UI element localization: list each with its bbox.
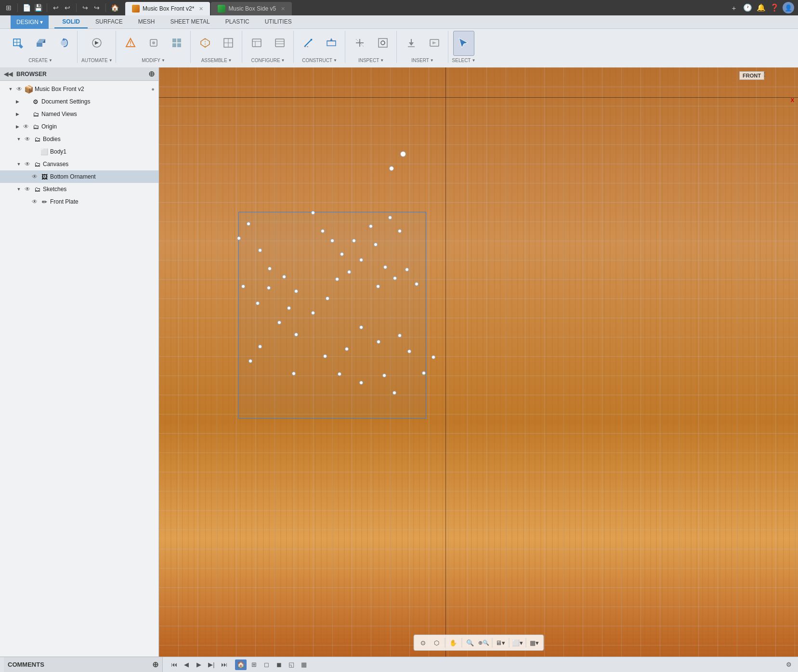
tree-arrow-bodies[interactable] xyxy=(15,136,22,142)
viewport-grid xyxy=(159,67,798,657)
eye-front-plate[interactable]: 👁 xyxy=(31,198,39,206)
view-mode-1-button[interactable]: 🏠 xyxy=(235,659,247,670)
grid-settings-button[interactable]: ⬜▾ xyxy=(511,636,523,649)
zoom-fit-button[interactable]: ⊕🔍 xyxy=(477,636,490,649)
tree-arrow-doc-settings[interactable] xyxy=(14,98,21,105)
sketch-point xyxy=(287,306,291,310)
viewport-settings-button[interactable]: ▦▾ xyxy=(528,636,540,649)
tree-arrow-named-views[interactable] xyxy=(14,111,21,117)
tree-item-named-views[interactable]: 👁 🗂 Named Views xyxy=(0,108,158,120)
tree-item-bodies[interactable]: 👁 🗂 Bodies xyxy=(0,133,158,145)
pan-button[interactable]: ✋ xyxy=(447,636,459,649)
eye-named-views[interactable]: 👁 xyxy=(22,110,30,118)
tree-arrow-canvases[interactable] xyxy=(15,161,22,168)
tree-arrow-sketches[interactable] xyxy=(15,186,22,193)
eye-origin[interactable]: 👁 xyxy=(22,123,30,130)
tab-solid[interactable]: SOLID xyxy=(54,15,88,28)
tree-item-body1[interactable]: 👁 ⬜ Body1 xyxy=(0,145,158,158)
assemble1-button[interactable] xyxy=(195,31,216,56)
play-button[interactable]: ▶ xyxy=(194,659,204,670)
tab-sheet-metal[interactable]: SHEET METAL xyxy=(162,15,217,28)
view-mode-5-button[interactable]: ◱ xyxy=(286,659,297,670)
modify3-button[interactable] xyxy=(166,31,187,56)
tab-utilities[interactable]: UTILITIES xyxy=(257,15,300,28)
user-avatar[interactable]: 👤 xyxy=(783,2,794,13)
bell-icon[interactable]: 🔔 xyxy=(756,2,766,13)
eye-bodies[interactable]: 👁 xyxy=(24,135,31,143)
tab-plastic[interactable]: PLASTIC xyxy=(218,15,257,28)
revolve-button[interactable] xyxy=(53,31,74,56)
grid-icon[interactable]: ⊞ xyxy=(4,3,13,13)
front-view-label[interactable]: FRONT xyxy=(739,71,764,80)
tree-item-canvases[interactable]: 👁 🗂 Canvases xyxy=(0,158,158,170)
browser-add-button[interactable]: ⊕ xyxy=(148,69,155,78)
tab-surface[interactable]: SURFACE xyxy=(88,15,131,28)
tree-item-bottom-ornament[interactable]: 👁 🖼 Bottom Ornament xyxy=(0,170,158,183)
sketch-point xyxy=(241,284,245,288)
view-mode-6-button[interactable]: ▦ xyxy=(299,659,309,670)
display-settings-button[interactable]: 🖥▾ xyxy=(494,636,507,649)
eye-doc-settings[interactable]: 👁 xyxy=(22,98,30,105)
design-button[interactable]: DESIGN ▾ xyxy=(11,15,49,29)
browser-collapse-button[interactable]: ◀◀ xyxy=(4,71,13,78)
tree-item-front-plate[interactable]: 👁 ✏ Front Plate xyxy=(0,195,158,208)
new-tab-button[interactable]: + xyxy=(729,2,739,13)
home-icon[interactable]: 🏠 xyxy=(110,3,119,13)
orbit-button[interactable]: ⊙ xyxy=(417,636,429,649)
redo2-icon[interactable]: ↪ xyxy=(92,3,102,13)
tree-item-sketches[interactable]: 👁 🗂 Sketches xyxy=(0,183,158,195)
extrude-button[interactable] xyxy=(30,31,51,56)
tree-item-doc-settings[interactable]: 👁 ⚙ Document Settings xyxy=(0,95,158,108)
sketch-point xyxy=(311,311,315,315)
undo-icon[interactable]: ↩ xyxy=(51,3,61,13)
free-orbit-button[interactable]: ⬡ xyxy=(430,636,443,649)
view-mode-2-button[interactable]: ⊞ xyxy=(249,659,259,670)
view-mode-3-button[interactable]: ◻ xyxy=(261,659,272,670)
tree-arrow-root[interactable] xyxy=(7,86,14,92)
tab-close-side[interactable]: ✕ xyxy=(281,6,285,12)
settings-gear-icon[interactable]: ⚙ xyxy=(784,659,794,670)
eye-root[interactable]: 👁 xyxy=(15,85,23,93)
tab-music-box-side[interactable]: Music Box Side v5 ✕ xyxy=(211,2,292,15)
tab-close-front[interactable]: ✕ xyxy=(199,6,203,12)
modify1-button[interactable] xyxy=(120,31,141,56)
eye-canvases[interactable]: 👁 xyxy=(24,160,31,168)
construct1-button[interactable] xyxy=(298,31,319,56)
select-button[interactable] xyxy=(453,31,474,56)
inspect2-button[interactable] xyxy=(372,31,393,56)
automate-button[interactable] xyxy=(86,31,107,56)
undo2-icon[interactable]: ↩ xyxy=(63,3,72,13)
help-icon[interactable]: ❓ xyxy=(769,2,780,13)
assemble2-button[interactable] xyxy=(218,31,239,56)
save-icon[interactable]: 💾 xyxy=(33,3,43,13)
svg-rect-15 xyxy=(172,39,176,42)
tab-mesh[interactable]: MESH xyxy=(131,15,163,28)
insert2-button[interactable] xyxy=(424,31,445,56)
tree-item-root[interactable]: 👁 📦 Music Box Front v2 ● xyxy=(0,83,158,95)
tree-arrow-origin[interactable] xyxy=(14,123,21,130)
file-icon[interactable]: 📄 xyxy=(22,3,31,13)
construct2-button[interactable] xyxy=(321,31,342,56)
configure2-button[interactable] xyxy=(269,31,290,56)
eye-body1[interactable]: 👁 xyxy=(31,148,39,155)
create-sketch-button[interactable] xyxy=(7,31,28,56)
skip-start-button[interactable]: ⏮ xyxy=(169,659,179,670)
insert1-button[interactable] xyxy=(401,31,422,56)
settings-button-right[interactable]: ⚙ xyxy=(784,659,794,670)
modify2-button[interactable] xyxy=(143,31,164,56)
tab-music-box-front[interactable]: Music Box Front v2* ✕ xyxy=(125,2,210,15)
redo-icon[interactable]: ↪ xyxy=(80,3,90,13)
configure1-button[interactable] xyxy=(246,31,267,56)
clock-icon[interactable]: 🕐 xyxy=(742,2,753,13)
comments-add-button[interactable]: ⊕ xyxy=(152,660,158,669)
step-forward-button[interactable]: ▶| xyxy=(206,659,217,670)
inspect1-button[interactable] xyxy=(349,31,370,56)
tree-item-origin[interactable]: 👁 🗂 Origin xyxy=(0,120,158,133)
eye-sketches[interactable]: 👁 xyxy=(24,185,31,193)
eye-bottom-ornament[interactable]: 👁 xyxy=(31,173,39,181)
skip-end-button[interactable]: ⏭ xyxy=(219,659,229,670)
zoom-button[interactable]: 🔍 xyxy=(464,636,476,649)
step-back-button[interactable]: ◀ xyxy=(181,659,192,670)
viewport[interactable]: Z FRONT X ⊙ ⬡ ✋ 🔍 ⊕🔍 🖥▾ ⬜▾ ▦▾ xyxy=(159,67,798,657)
view-mode-4-button[interactable]: ◼ xyxy=(274,659,284,670)
